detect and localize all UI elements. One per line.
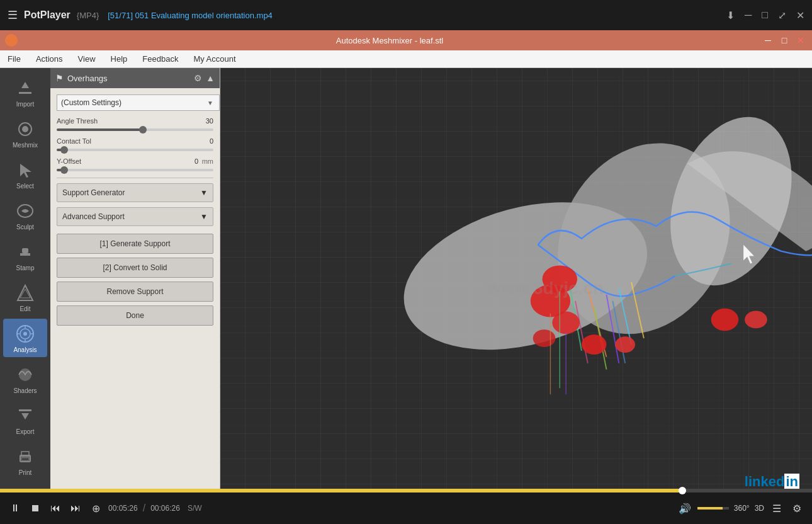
potplayer-restore-btn[interactable]: □ (762, 9, 768, 21)
tool-meshmix-label: Meshmix (13, 142, 38, 149)
contact-tol-label: Contact Tol (57, 137, 195, 145)
tool-shaders[interactable]: Shaders (3, 360, 47, 398)
y-offset-label: Y-Offset (57, 157, 179, 165)
svg-point-40 (615, 336, 635, 353)
panel-header-icon: ⚑ (55, 73, 64, 83)
playlist-view-btn[interactable]: ☰ (769, 503, 784, 515)
progress-bar[interactable] (0, 489, 812, 493)
potplayer-close-btn[interactable]: ✕ (796, 9, 804, 21)
svg-rect-6 (20, 253, 30, 256)
tool-import[interactable]: Import (3, 73, 47, 111)
mm-minimize-btn[interactable]: ─ (762, 35, 774, 45)
menu-actions[interactable]: Actions (33, 53, 65, 65)
mm-close-btn[interactable]: ✕ (794, 35, 807, 45)
tool-print[interactable]: Print (3, 441, 47, 480)
potplayer-fullscreen-btn[interactable]: ⤢ (778, 9, 786, 21)
tool-stamp[interactable]: Stamp (3, 237, 47, 275)
advanced-support-arrow: ▼ (200, 212, 208, 221)
svg-marker-1 (21, 82, 29, 88)
contact-tol-value: 0 (195, 137, 213, 145)
meshmix-icon (14, 118, 37, 140)
menu-view[interactable]: View (76, 53, 98, 65)
panel-collapse-btn[interactable]: ▲ (206, 73, 215, 83)
panel-content: (Custom Settings) Default Fine Coarse ▼ … (50, 88, 220, 336)
tool-sculpt[interactable]: Sculpt (3, 196, 47, 234)
convert-solid-btn[interactable]: [2] Convert to Solid (57, 258, 213, 278)
advanced-support-dropdown[interactable]: Advanced Support ▼ (57, 207, 213, 226)
tool-export[interactable]: Export (3, 401, 47, 439)
contact-tol-slider[interactable] (57, 149, 213, 151)
time-separator: / (143, 503, 145, 514)
potplayer-titlebar: ☰ PotPlayer {MP4} [51/71] 051 Evaluating… (0, 0, 812, 30)
advanced-support-row: Advanced Support ▼ (57, 207, 213, 226)
tool-shaders-label: Shaders (13, 387, 37, 394)
menu-myaccount[interactable]: My Account (191, 53, 238, 65)
play-pause-btn[interactable]: ⏸ (8, 503, 23, 514)
support-generator-row: Support Generator ▼ (57, 183, 213, 202)
tool-sculpt-label: Sculpt (16, 224, 34, 231)
tool-edit[interactable]: Edit (3, 278, 47, 316)
tool-meshmix[interactable]: Meshmix (3, 114, 47, 152)
angle-thresh-value: 30 (195, 117, 213, 125)
volume-bar[interactable] (697, 507, 729, 510)
volume-icon[interactable]: 🔊 (677, 503, 692, 515)
tool-edit-label: Edit (20, 305, 30, 312)
current-time: 00:05:26 (108, 504, 138, 513)
svg-rect-7 (22, 248, 28, 253)
potplayer-minimize-btn[interactable]: ─ (745, 9, 752, 21)
mm-viewport[interactable]: www.3dyjc.cn linkedin (220, 68, 812, 509)
player-controls-right: 🔊 360° 3D ☰ ⚙ (677, 503, 804, 515)
angle-thresh-slider[interactable] (57, 128, 213, 131)
svg-point-3 (22, 126, 28, 132)
angle-thresh-row: Angle Thresh 30 (57, 117, 213, 125)
tool-select[interactable]: Select (3, 155, 47, 193)
support-generator-dropdown[interactable]: Support Generator ▼ (57, 183, 213, 202)
menu-feedback[interactable]: Feedback (140, 53, 181, 65)
y-offset-slider[interactable] (57, 169, 213, 171)
mm-window-buttons: ─ □ ✕ (762, 35, 807, 45)
mm-left-toolbar: Import Meshmix Select Sculpt (0, 68, 50, 509)
svg-rect-18 (19, 409, 31, 411)
menu-file[interactable]: File (5, 53, 23, 65)
potplayer-format: {MP4} (77, 11, 99, 20)
panel-settings-btn[interactable]: ⚙ (194, 73, 202, 83)
svg-point-41 (711, 309, 739, 331)
tool-analysis[interactable]: Analysis (3, 319, 47, 357)
progress-thumb[interactable] (679, 487, 686, 494)
settings-btn[interactable]: ⚙ (789, 503, 804, 515)
potplayer-download-btn[interactable]: ⬇ (726, 9, 735, 21)
playlist-btn[interactable]: ⊕ (88, 503, 103, 515)
contact-tol-row: Contact Tol 0 (57, 137, 213, 145)
advanced-support-label: Advanced Support (62, 212, 125, 221)
section-divider-1 (57, 178, 213, 178)
shaders-icon (14, 363, 37, 386)
mm-window-title: Autodesk Meshmixer - leaf.stl (18, 36, 762, 45)
remove-support-btn[interactable]: Remove Support (57, 282, 213, 302)
potplayer-window-controls: ⬇ ─ □ ⤢ ✕ (726, 9, 804, 21)
stamp-icon (14, 241, 37, 263)
svg-point-42 (745, 311, 767, 329)
potplayer-menu-icon[interactable]: ☰ (8, 8, 18, 22)
next-btn[interactable]: ⏭ (68, 503, 83, 514)
export-icon (14, 404, 37, 427)
import-icon (14, 77, 37, 100)
print-icon (14, 445, 37, 468)
tool-import-label: Import (16, 101, 34, 108)
mm-menubar: File Actions View Help Feedback My Accou… (0, 50, 812, 68)
mm-restore-btn[interactable]: □ (778, 35, 791, 45)
select-icon (14, 159, 37, 181)
mm-main-area: Import Meshmix Select Sculpt (0, 68, 812, 509)
linkedin-watermark: linkedin (745, 474, 799, 490)
tool-export-label: Export (16, 428, 35, 435)
analysis-icon (14, 322, 37, 345)
progress-fill (0, 489, 682, 493)
potplayer-bottombar: ⏸ ⏹ ⏮ ⏭ ⊕ 00:05:26 / 00:06:26 S/W 🔊 360°… (0, 489, 812, 524)
generate-support-btn[interactable]: [1] Generate Support (57, 234, 213, 254)
prev-btn[interactable]: ⏮ (48, 503, 63, 514)
menu-help[interactable]: Help (108, 53, 130, 65)
svg-point-12 (23, 332, 27, 336)
preset-dropdown[interactable]: (Custom Settings) Default Fine Coarse (57, 94, 220, 111)
done-btn[interactable]: Done (57, 305, 213, 326)
volume-fill (697, 507, 723, 510)
stop-btn[interactable]: ⏹ (28, 503, 43, 514)
